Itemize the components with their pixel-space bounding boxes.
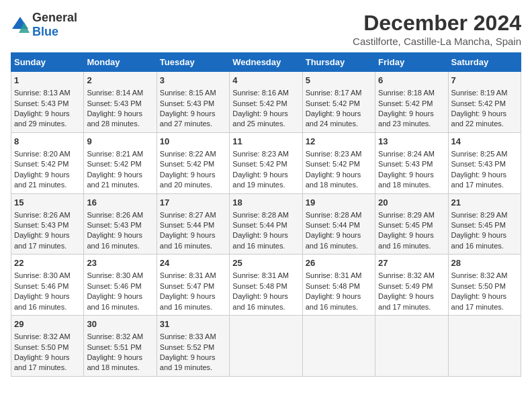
week-row-5: 29Sunrise: 8:32 AMSunset: 5:50 PMDayligh… xyxy=(11,316,521,377)
calendar-cell: 9Sunrise: 8:21 AMSunset: 5:42 PMDaylight… xyxy=(84,132,157,193)
cell-line: Sunrise: 8:23 AM xyxy=(306,149,372,159)
cell-line: Sunset: 5:43 PM xyxy=(87,220,153,230)
logo-text-general: General xyxy=(32,11,77,24)
cell-line: Sunrise: 8:32 AM xyxy=(14,332,81,342)
calendar-cell: 13Sunrise: 8:24 AMSunset: 5:43 PMDayligh… xyxy=(375,132,448,193)
day-number: 27 xyxy=(378,257,445,269)
cell-line: and 19 minutes. xyxy=(232,180,299,190)
day-number: 17 xyxy=(160,197,226,209)
cell-line: Daylight: 9 hours xyxy=(451,109,518,119)
calendar-cell: 12Sunrise: 8:23 AMSunset: 5:42 PMDayligh… xyxy=(302,132,375,193)
day-number: 8 xyxy=(14,136,81,148)
col-header-thursday: Thursday xyxy=(302,53,375,72)
cell-line: Sunrise: 8:21 AM xyxy=(87,149,153,159)
cell-line: Sunset: 5:52 PM xyxy=(160,342,226,353)
cell-line: Sunrise: 8:28 AM xyxy=(306,210,372,220)
day-number: 6 xyxy=(378,75,445,87)
cell-line: and 29 minutes. xyxy=(14,119,81,129)
subtitle: Castilforte, Castille-La Mancha, Spain xyxy=(353,36,521,47)
cell-line: Sunset: 5:44 PM xyxy=(306,220,372,230)
cell-line: Daylight: 9 hours xyxy=(14,230,81,240)
col-header-friday: Friday xyxy=(375,53,448,72)
cell-line: Daylight: 9 hours xyxy=(451,291,518,302)
cell-line: Sunrise: 8:30 AM xyxy=(14,271,81,281)
cell-line: Sunset: 5:42 PM xyxy=(87,159,153,169)
day-number: 16 xyxy=(87,197,153,209)
cell-line: Daylight: 9 hours xyxy=(160,170,226,180)
calendar-cell: 21Sunrise: 8:29 AMSunset: 5:45 PMDayligh… xyxy=(448,193,521,255)
cell-line: Daylight: 9 hours xyxy=(14,170,81,180)
cell-line: Sunrise: 8:27 AM xyxy=(160,210,226,220)
cell-line: Sunrise: 8:32 AM xyxy=(451,271,518,281)
day-number: 13 xyxy=(378,136,445,148)
week-row-4: 22Sunrise: 8:30 AMSunset: 5:46 PMDayligh… xyxy=(11,255,521,316)
cell-line: Sunrise: 8:23 AM xyxy=(232,149,299,159)
cell-line: Sunrise: 8:19 AM xyxy=(451,88,518,98)
cell-line: Daylight: 9 hours xyxy=(451,170,518,180)
cell-line: and 16 minutes. xyxy=(160,241,226,251)
cell-line: Sunset: 5:50 PM xyxy=(451,281,518,291)
cell-line: and 23 minutes. xyxy=(378,119,445,129)
cell-line: and 16 minutes. xyxy=(87,241,153,251)
day-number: 31 xyxy=(160,318,226,330)
cell-line: Sunset: 5:44 PM xyxy=(160,220,226,230)
day-number: 24 xyxy=(160,257,226,269)
cell-line: Sunrise: 8:14 AM xyxy=(87,88,153,98)
cell-line: and 24 minutes. xyxy=(306,119,372,129)
day-number: 10 xyxy=(160,136,226,148)
logo: General Blue xyxy=(11,11,77,39)
cell-line: Sunset: 5:45 PM xyxy=(378,220,445,230)
day-number: 7 xyxy=(451,75,518,87)
cell-line: and 18 minutes. xyxy=(87,363,153,373)
week-row-3: 15Sunrise: 8:26 AMSunset: 5:43 PMDayligh… xyxy=(11,193,521,255)
calendar-cell: 24Sunrise: 8:31 AMSunset: 5:47 PMDayligh… xyxy=(157,255,229,316)
cell-line: and 21 minutes. xyxy=(87,180,153,190)
cell-line: Sunrise: 8:15 AM xyxy=(160,88,226,98)
cell-line: Sunset: 5:46 PM xyxy=(87,281,153,291)
col-header-tuesday: Tuesday xyxy=(157,53,229,72)
cell-line: Sunset: 5:42 PM xyxy=(232,99,299,109)
col-header-sunday: Sunday xyxy=(11,53,84,72)
cell-line: Sunset: 5:48 PM xyxy=(232,281,299,291)
day-number: 29 xyxy=(14,318,81,330)
day-number: 11 xyxy=(232,136,299,148)
cell-line: Daylight: 9 hours xyxy=(378,291,445,302)
calendar-cell: 2Sunrise: 8:14 AMSunset: 5:43 PMDaylight… xyxy=(84,72,157,133)
logo-icon xyxy=(11,15,30,34)
cell-line: Sunset: 5:43 PM xyxy=(14,99,81,109)
cell-line: Daylight: 9 hours xyxy=(306,170,372,180)
calendar-cell: 14Sunrise: 8:25 AMSunset: 5:43 PMDayligh… xyxy=(448,132,521,193)
calendar-cell: 26Sunrise: 8:31 AMSunset: 5:48 PMDayligh… xyxy=(302,255,375,316)
cell-line: and 16 minutes. xyxy=(14,302,81,312)
day-number: 18 xyxy=(232,197,299,209)
calendar-cell: 27Sunrise: 8:32 AMSunset: 5:49 PMDayligh… xyxy=(375,255,448,316)
cell-line: Sunrise: 8:18 AM xyxy=(378,88,445,98)
col-header-monday: Monday xyxy=(84,53,157,72)
day-number: 9 xyxy=(87,136,153,148)
day-number: 30 xyxy=(87,318,153,330)
calendar-cell xyxy=(302,316,375,377)
cell-line: Sunset: 5:42 PM xyxy=(14,159,81,169)
cell-line: and 16 minutes. xyxy=(378,241,445,251)
cell-line: Sunrise: 8:26 AM xyxy=(14,210,81,220)
calendar-cell xyxy=(448,316,521,377)
day-number: 23 xyxy=(87,257,153,269)
cell-line: Daylight: 9 hours xyxy=(232,291,299,302)
calendar-cell: 31Sunrise: 8:33 AMSunset: 5:52 PMDayligh… xyxy=(157,316,229,377)
cell-line: Sunrise: 8:29 AM xyxy=(451,210,518,220)
cell-line: Daylight: 9 hours xyxy=(378,170,445,180)
day-number: 20 xyxy=(378,197,445,209)
cell-line: Sunset: 5:42 PM xyxy=(378,99,445,109)
cell-line: Daylight: 9 hours xyxy=(160,353,226,363)
main-title: December 2024 xyxy=(353,11,521,36)
cell-line: and 16 minutes. xyxy=(160,302,226,312)
calendar-cell: 3Sunrise: 8:15 AMSunset: 5:43 PMDaylight… xyxy=(157,72,229,133)
cell-line: Sunrise: 8:26 AM xyxy=(87,210,153,220)
cell-line: Sunrise: 8:31 AM xyxy=(306,271,372,281)
calendar-cell: 6Sunrise: 8:18 AMSunset: 5:42 PMDaylight… xyxy=(375,72,448,133)
cell-line: Sunset: 5:43 PM xyxy=(378,159,445,169)
cell-line: Daylight: 9 hours xyxy=(14,291,81,302)
cell-line: and 16 minutes. xyxy=(306,241,372,251)
cell-line: Daylight: 9 hours xyxy=(87,291,153,302)
cell-line: Sunrise: 8:20 AM xyxy=(14,149,81,159)
